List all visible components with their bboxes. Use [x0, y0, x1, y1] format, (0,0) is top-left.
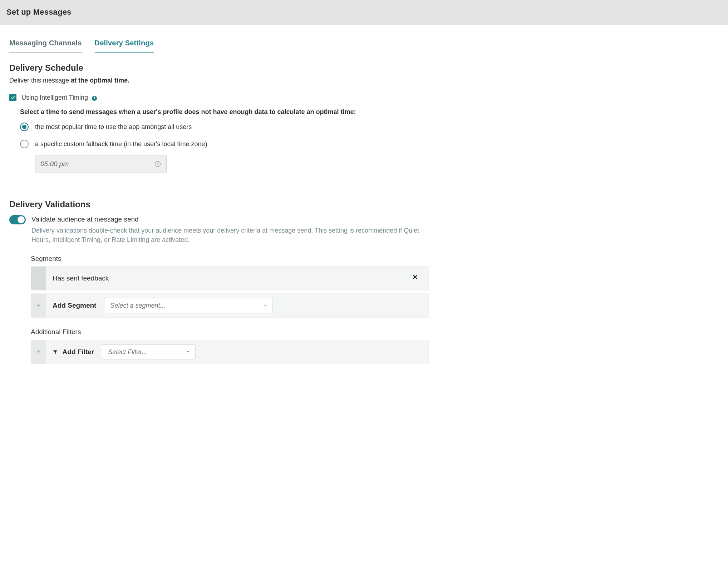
add-filter-plus[interactable]: +	[31, 340, 46, 364]
plus-icon: +	[36, 301, 41, 311]
page-title: Set up Messages	[6, 6, 722, 18]
add-segment-plus[interactable]: +	[31, 294, 46, 317]
fallback-option-custom-radio[interactable]	[20, 140, 29, 148]
fallback-note: Select a time to send messages when a us…	[20, 107, 429, 116]
validate-audience-desc: Delivery validations double-check that y…	[31, 226, 429, 244]
tabs: Messaging Channels Delivery Settings	[9, 38, 429, 53]
add-segment-row: + Add Segment Select a segment...	[31, 293, 429, 318]
add-filter-row: + Add Filter Select Filter...	[31, 340, 429, 364]
validate-audience-text: Validate audience at message send Delive…	[31, 214, 429, 244]
validate-audience-title: Validate audience at message send	[31, 214, 429, 224]
add-filter-label-text: Add Filter	[63, 348, 94, 356]
add-filter-label: Add Filter	[53, 347, 94, 357]
close-icon	[412, 274, 418, 280]
fallback-option-custom-label: a specific custom fallback time (in the …	[35, 139, 207, 149]
schedule-subhead-prefix: Deliver this message	[9, 77, 71, 84]
intelligent-timing-checkbox[interactable]	[9, 94, 16, 101]
fallback-option-popular-label: the most popular time to use the app amo…	[35, 122, 192, 131]
schedule-subhead-bold: at the optimal time.	[71, 77, 129, 84]
segment-name: Has sent feedback	[53, 273, 109, 283]
chevron-down-icon	[263, 301, 267, 310]
page-header: Set up Messages	[0, 0, 728, 25]
funnel-icon	[53, 349, 58, 355]
segment-row-handle: ​	[31, 267, 46, 290]
segment-select-placeholder: Select a segment...	[110, 301, 165, 310]
segments-panels: ​ Has sent feedback + Add Segment Select…	[31, 266, 429, 318]
fallback-time-value: 05:00 pm	[40, 159, 69, 169]
segments-label: Segments	[31, 254, 429, 264]
section-delivery-schedule-heading: Delivery Schedule	[9, 62, 429, 74]
schedule-subhead: Deliver this message at the optimal time…	[9, 76, 429, 85]
intelligent-timing-label: Using Intelligent Timing i	[21, 93, 97, 102]
intelligent-timing-label-text: Using Intelligent Timing	[21, 94, 88, 101]
check-icon	[10, 95, 15, 100]
toggle-knob	[18, 216, 25, 223]
segment-select[interactable]: Select a segment...	[104, 298, 273, 313]
fallback-option-popular-radio[interactable]	[20, 123, 29, 131]
clock-icon	[154, 160, 161, 168]
filter-select[interactable]: Select Filter...	[102, 344, 196, 359]
info-icon[interactable]: i	[92, 96, 97, 101]
plus-icon: +	[36, 347, 41, 357]
add-segment-label: Add Segment	[53, 301, 96, 311]
segment-remove-button[interactable]	[412, 274, 422, 283]
tab-messaging-channels[interactable]: Messaging Channels	[9, 38, 82, 53]
filters-panels: + Add Filter Select Filter...	[31, 340, 429, 364]
section-delivery-validations-heading: Delivery Validations	[9, 198, 429, 211]
segment-row: ​ Has sent feedback	[31, 266, 429, 290]
fallback-time-input[interactable]: 05:00 pm	[35, 155, 167, 173]
section-divider	[9, 188, 429, 188]
chevron-down-icon	[186, 347, 190, 357]
filters-label: Additional Filters	[31, 327, 429, 337]
tab-delivery-settings[interactable]: Delivery Settings	[95, 38, 154, 53]
filter-select-placeholder: Select Filter...	[108, 347, 147, 357]
validate-audience-toggle[interactable]	[9, 215, 26, 224]
